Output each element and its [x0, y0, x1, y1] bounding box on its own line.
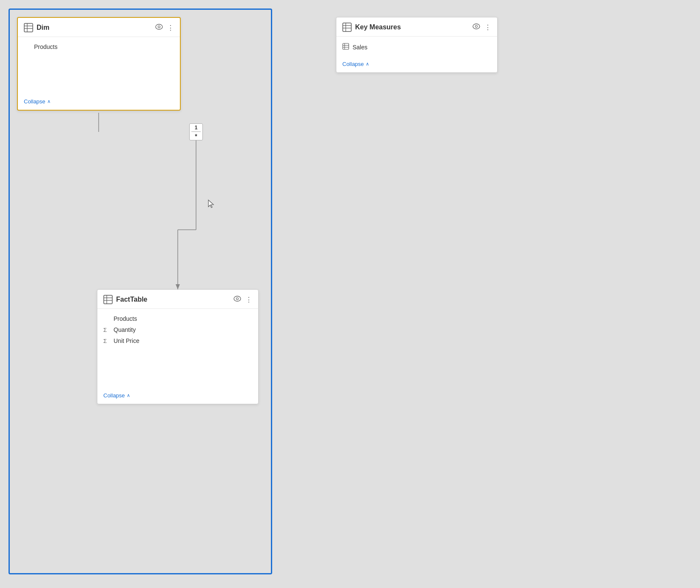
fact-card-body: Products Σ Quantity Σ Unit Price — [97, 309, 258, 389]
svg-point-15 — [234, 296, 241, 301]
svg-rect-5 — [24, 23, 33, 32]
svg-marker-4 — [176, 284, 180, 289]
dim-chevron-up-icon: ∧ — [47, 99, 51, 104]
key-measures-card-title: Key Measures — [355, 23, 401, 31]
svg-rect-23 — [343, 43, 349, 49]
fact-quantity-sigma-icon: Σ — [103, 327, 110, 333]
fact-field-unit-price: Σ Unit Price — [103, 335, 252, 346]
svg-point-22 — [475, 26, 478, 28]
fact-chevron-up-icon: ∧ — [127, 393, 130, 398]
dim-card-header: Dim ⋮ — [18, 18, 180, 37]
fact-field-quantity: Σ Quantity — [103, 324, 252, 335]
svg-point-16 — [236, 298, 239, 300]
fact-card-header-left: FactTable — [103, 295, 148, 304]
dim-card-footer: Collapse ∧ — [18, 95, 180, 110]
dim-card-header-left: Dim — [24, 23, 49, 32]
fact-dots-icon[interactable]: ⋮ — [245, 296, 252, 304]
dim-card-icons: ⋮ — [155, 24, 174, 32]
fact-card-icons: ⋮ — [233, 296, 252, 304]
key-measures-sales-label: Sales — [353, 44, 367, 51]
svg-rect-17 — [343, 23, 351, 31]
dim-card-title: Dim — [37, 24, 49, 31]
dim-field-products: Products — [24, 41, 174, 52]
dim-card-body: Products — [18, 37, 180, 95]
key-measures-card-footer: Collapse ∧ — [336, 57, 497, 72]
dim-table-icon — [24, 23, 33, 32]
svg-rect-11 — [104, 295, 112, 304]
fact-card-header: FactTable ⋮ — [97, 290, 258, 309]
key-measures-collapse-link[interactable]: Collapse ∧ — [342, 61, 491, 67]
dim-collapse-link[interactable]: Collapse ∧ — [24, 98, 174, 105]
key-measures-card-icons: ⋮ — [472, 23, 491, 31]
mouse-cursor — [208, 199, 216, 209]
svg-point-10 — [158, 26, 160, 28]
canvas: 1 * Dim — [0, 0, 700, 588]
key-measures-header-left: Key Measures — [342, 23, 401, 32]
dim-products-label: Products — [34, 43, 57, 50]
key-measures-dots-icon[interactable]: ⋮ — [484, 23, 491, 31]
fact-quantity-label: Quantity — [114, 326, 136, 333]
svg-point-21 — [473, 24, 480, 29]
svg-point-9 — [156, 24, 162, 29]
fact-table-icon — [103, 295, 113, 304]
key-measures-chevron-up-icon: ∧ — [366, 61, 369, 67]
dim-card: Dim ⋮ Products Collapse — [17, 17, 181, 111]
relation-many: * — [195, 133, 197, 140]
fact-card: FactTable ⋮ Products Σ Quantity — [97, 289, 259, 404]
key-measures-eye-icon[interactable] — [472, 23, 480, 31]
relation-one: 1 — [195, 125, 198, 131]
key-measures-card: Key Measures ⋮ — [336, 17, 498, 73]
fact-unitprice-sigma-icon: Σ — [103, 338, 110, 344]
fact-eye-icon[interactable] — [233, 296, 241, 303]
fact-field-products: Products — [103, 313, 252, 324]
dim-eye-icon[interactable] — [155, 24, 163, 31]
fact-card-title: FactTable — [116, 296, 148, 303]
fact-collapse-link[interactable]: Collapse ∧ — [103, 392, 252, 399]
key-measures-card-body: Sales — [336, 37, 497, 57]
key-measures-card-header: Key Measures ⋮ — [336, 17, 497, 37]
key-measures-sales-table-icon — [342, 43, 349, 51]
dim-dots-icon[interactable]: ⋮ — [167, 24, 174, 32]
key-measures-field-sales: Sales — [342, 41, 491, 53]
fact-card-footer: Collapse ∧ — [97, 389, 258, 404]
fact-products-label: Products — [114, 315, 137, 322]
fact-unitprice-label: Unit Price — [114, 337, 139, 344]
relation-badge: 1 * — [189, 123, 203, 140]
key-measures-table-icon — [342, 23, 352, 32]
